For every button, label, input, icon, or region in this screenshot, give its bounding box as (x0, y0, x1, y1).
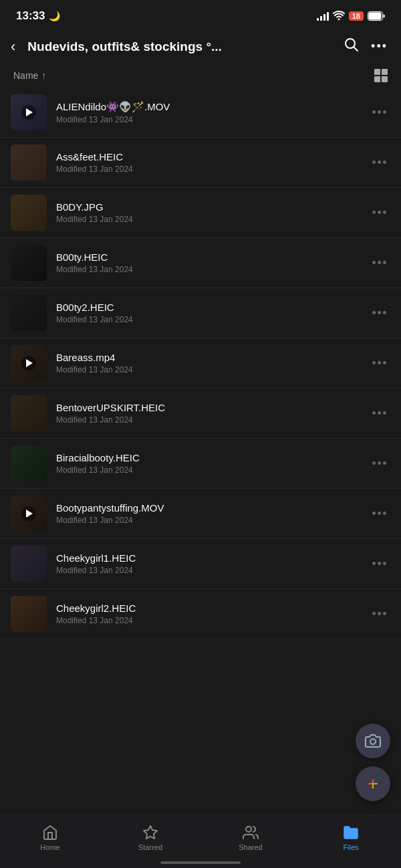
file-info: B00ty2.HEIC Modified 13 Jan 2024 (56, 302, 360, 324)
file-date: Modified 13 Jan 2024 (56, 215, 360, 224)
svg-line-3 (354, 47, 358, 51)
svg-marker-5 (144, 826, 157, 839)
fab-container: + (356, 724, 390, 801)
status-icons: 18 (317, 11, 385, 22)
list-item[interactable]: Cheekygirl2.HEIC Modified 13 Jan 2024 ••… (0, 589, 401, 639)
sort-label: Name (13, 70, 38, 81)
file-info: Ass&feet.HEIC Modified 13 Jan 2024 (56, 151, 360, 174)
file-more-button[interactable]: ••• (370, 554, 390, 574)
list-item[interactable]: B00ty2.HEIC Modified 13 Jan 2024 ••• (0, 288, 401, 338)
file-name: Bootypantystuffing.MOV (56, 502, 360, 514)
file-thumbnail (11, 245, 47, 281)
file-info: Biracialbooty.HEIC Modified 13 Jan 2024 (56, 452, 360, 475)
nav-home[interactable]: Home (0, 825, 100, 851)
header: ‹ Nudevids, outfits& stockings °... ••• (0, 29, 401, 66)
file-info: Bareass.mp4 Modified 13 Jan 2024 (56, 352, 360, 374)
file-more-button[interactable]: ••• (370, 404, 390, 423)
file-name: Cheekygirl2.HEIC (56, 603, 360, 614)
back-button[interactable]: ‹ (11, 35, 21, 58)
shared-icon (243, 825, 259, 841)
file-name: BentoverUPSKIRT.HEIC (56, 402, 360, 413)
file-date: Modified 13 Jan 2024 (56, 516, 360, 525)
nav-starred[interactable]: Starred (100, 825, 200, 851)
svg-point-6 (246, 827, 251, 832)
nav-files[interactable]: Files (301, 825, 401, 851)
list-item[interactable]: Biracialbooty.HEIC Modified 13 Jan 2024 … (0, 439, 401, 489)
file-info: Cheekygirl2.HEIC Modified 13 Jan 2024 (56, 603, 360, 625)
list-item[interactable]: Cheekygirl1.HEIC Modified 13 Jan 2024 ••… (0, 539, 401, 589)
shared-label: Shared (239, 843, 262, 851)
grid-view-button[interactable] (374, 69, 388, 82)
file-info: Bootypantystuffing.MOV Modified 13 Jan 2… (56, 502, 360, 525)
search-button[interactable] (342, 35, 362, 58)
file-info: BentoverUPSKIRT.HEIC Modified 13 Jan 202… (56, 402, 360, 425)
camera-icon (365, 733, 381, 749)
file-more-button[interactable]: ••• (370, 454, 390, 473)
camera-fab-button[interactable] (356, 724, 390, 758)
file-more-button[interactable]: ••• (370, 153, 390, 173)
home-indicator (160, 861, 241, 864)
list-item[interactable]: B00ty.HEIC Modified 13 Jan 2024 ••• (0, 238, 401, 288)
add-icon: + (368, 774, 378, 793)
file-more-button[interactable]: ••• (370, 304, 390, 323)
file-list: ALIENdildo👾👽🪄.MOV Modified 13 Jan 2024 •… (0, 88, 401, 653)
file-thumbnail (11, 94, 47, 130)
list-item[interactable]: Ass&feet.HEIC Modified 13 Jan 2024 ••• (0, 138, 401, 188)
file-date: Modified 13 Jan 2024 (56, 465, 360, 475)
star-icon (142, 825, 158, 841)
file-more-button[interactable]: ••• (370, 203, 390, 223)
files-icon (343, 825, 359, 841)
starred-label: Starred (138, 843, 162, 851)
more-options-button[interactable]: ••• (368, 37, 390, 56)
list-item[interactable]: ALIENdildo👾👽🪄.MOV Modified 13 Jan 2024 •… (0, 88, 401, 138)
file-more-button[interactable]: ••• (370, 605, 390, 624)
wifi-icon (333, 11, 345, 22)
file-info: B00ty.HEIC Modified 13 Jan 2024 (56, 251, 360, 274)
file-name: Cheekygirl1.HEIC (56, 552, 360, 564)
add-fab-button[interactable]: + (356, 766, 390, 801)
file-more-button[interactable]: ••• (370, 253, 390, 273)
file-name: Ass&feet.HEIC (56, 151, 360, 162)
file-name: B0DY.JPG (56, 201, 360, 213)
nav-shared[interactable]: Shared (200, 825, 301, 851)
notification-badge: 18 (349, 11, 364, 21)
file-thumbnail (11, 295, 47, 331)
files-label: Files (343, 843, 358, 851)
play-overlay-icon (21, 105, 36, 120)
file-thumbnail (11, 144, 47, 181)
file-name: B00ty.HEIC (56, 251, 360, 263)
file-thumbnail (11, 345, 47, 381)
file-date: Modified 13 Jan 2024 (56, 165, 360, 174)
file-thumbnail (11, 496, 47, 532)
file-more-button[interactable]: ••• (370, 504, 390, 524)
bottom-nav: Home Starred Shared Files (0, 815, 401, 868)
file-name: ALIENdildo👾👽🪄.MOV (56, 101, 360, 113)
home-icon (42, 825, 58, 841)
file-thumbnail (11, 596, 47, 632)
file-date: Modified 13 Jan 2024 (56, 315, 360, 324)
sort-control[interactable]: Name ↑ (13, 70, 46, 81)
file-thumbnail (11, 395, 47, 431)
list-item[interactable]: Bareass.mp4 Modified 13 Jan 2024 ••• (0, 338, 401, 389)
status-bar: 13:33 🌙 18 (0, 0, 401, 29)
file-date: Modified 13 Jan 2024 (56, 415, 360, 425)
battery-icon (368, 11, 385, 21)
list-item[interactable]: BentoverUPSKIRT.HEIC Modified 13 Jan 202… (0, 389, 401, 439)
file-name: Biracialbooty.HEIC (56, 452, 360, 463)
home-label: Home (40, 843, 59, 851)
file-info: ALIENdildo👾👽🪄.MOV Modified 13 Jan 2024 (56, 101, 360, 124)
signal-icon (317, 11, 329, 21)
list-item[interactable]: B0DY.JPG Modified 13 Jan 2024 ••• (0, 188, 401, 238)
file-more-button[interactable]: ••• (370, 103, 390, 122)
moon-icon: 🌙 (49, 11, 60, 21)
file-thumbnail (11, 546, 47, 582)
file-name: B00ty2.HEIC (56, 302, 360, 313)
file-date: Modified 13 Jan 2024 (56, 265, 360, 274)
file-date: Modified 13 Jan 2024 (56, 566, 360, 575)
file-date: Modified 13 Jan 2024 (56, 115, 360, 124)
play-overlay-icon (21, 506, 36, 521)
file-date: Modified 13 Jan 2024 (56, 616, 360, 625)
file-more-button[interactable]: ••• (370, 354, 390, 373)
sort-bar: Name ↑ (0, 66, 401, 88)
list-item[interactable]: Bootypantystuffing.MOV Modified 13 Jan 2… (0, 489, 401, 539)
